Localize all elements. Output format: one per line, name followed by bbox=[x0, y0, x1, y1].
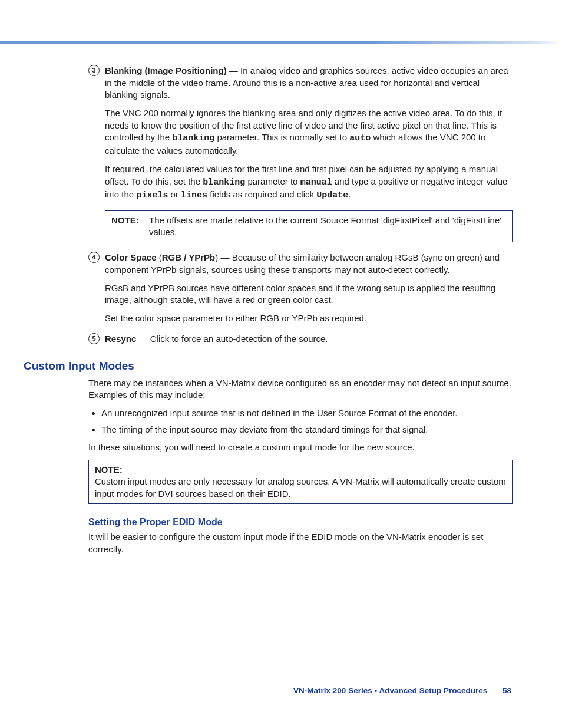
t: parameter. This is normally set to bbox=[214, 132, 349, 142]
custom-intro: There may be instances when a VN-Matrix … bbox=[88, 377, 513, 401]
list-item: An unrecognized input source that is not… bbox=[101, 407, 513, 419]
marker-5-icon: 5 bbox=[88, 333, 100, 344]
page-footer: VN-Matrix 200 Series • Advanced Setup Pr… bbox=[293, 686, 511, 695]
top-rule bbox=[0, 41, 562, 44]
list-item: The timing of the input source may devia… bbox=[101, 424, 513, 436]
note-box-2: NOTE: Custom input modes are only necess… bbox=[88, 460, 513, 504]
item-5: 5 Resync — Click to force an auto-detect… bbox=[88, 333, 513, 345]
t: ( bbox=[157, 252, 162, 262]
code-manual: manual bbox=[300, 177, 332, 187]
item-5-para: Resync — Click to force an auto-detectio… bbox=[105, 333, 513, 345]
t: parameter to bbox=[245, 176, 300, 186]
t: . bbox=[348, 189, 351, 199]
marker-3-icon: 3 bbox=[88, 65, 100, 76]
heading-edid-mode: Setting the Proper EDID Mode bbox=[88, 517, 513, 528]
t: — Click to force an auto-detection of th… bbox=[136, 334, 328, 344]
t: fields as required and click bbox=[207, 189, 316, 199]
item-3-para-3: If required, the calculated values for t… bbox=[105, 163, 513, 202]
item-3-para-1: Blanking (Image Positioning) — In analog… bbox=[105, 65, 513, 101]
item-3-para-2: The VNC 200 normally ignores the blankin… bbox=[105, 107, 513, 157]
item-4: 4 Color Space (RGB / YPrPb) — Because of… bbox=[88, 252, 513, 324]
item-3-title: Blanking (Image Positioning) bbox=[105, 65, 227, 75]
page-content: 3 Blanking (Image Positioning) — In anal… bbox=[88, 65, 513, 561]
code-blanking-2: blanking bbox=[203, 177, 245, 187]
code-update: Update bbox=[316, 190, 348, 200]
heading-custom-input-modes: Custom Input Modes bbox=[24, 360, 513, 373]
edid-para: It will be easier to configure the custo… bbox=[88, 531, 513, 555]
custom-outro: In these situations, you will need to cr… bbox=[88, 442, 513, 454]
note-text: Custom input modes are only necessary fo… bbox=[95, 476, 506, 500]
custom-bullets: An unrecognized input source that is not… bbox=[88, 407, 513, 436]
code-auto: auto bbox=[349, 133, 371, 143]
item-4-para-1: Color Space (RGB / YPrPb) — Because of t… bbox=[105, 252, 513, 276]
item-4-para-2: RGsB and YPrPB sources have different co… bbox=[105, 282, 513, 307]
code-blanking: blanking bbox=[172, 133, 214, 143]
item-4-paren: RGB / YPrPb bbox=[162, 252, 216, 262]
note-label: NOTE: bbox=[111, 215, 146, 239]
note-box-1: NOTE: The offsets are made relative to t… bbox=[105, 210, 513, 243]
page-number: 58 bbox=[503, 686, 511, 695]
item-4-para-3: Set the color space parameter to either … bbox=[105, 312, 513, 325]
note-label: NOTE: bbox=[95, 464, 506, 476]
code-pixels: pixels bbox=[136, 190, 168, 200]
code-lines: lines bbox=[181, 190, 207, 200]
t: or bbox=[168, 189, 181, 199]
marker-4-icon: 4 bbox=[88, 252, 100, 263]
footer-text: VN-Matrix 200 Series • Advanced Setup Pr… bbox=[293, 686, 487, 695]
item-4-title: Color Space bbox=[105, 252, 157, 262]
item-5-title: Resync bbox=[105, 334, 136, 344]
item-3: 3 Blanking (Image Positioning) — In anal… bbox=[88, 65, 513, 202]
note-text: The offsets are made relative to the cur… bbox=[149, 215, 506, 239]
